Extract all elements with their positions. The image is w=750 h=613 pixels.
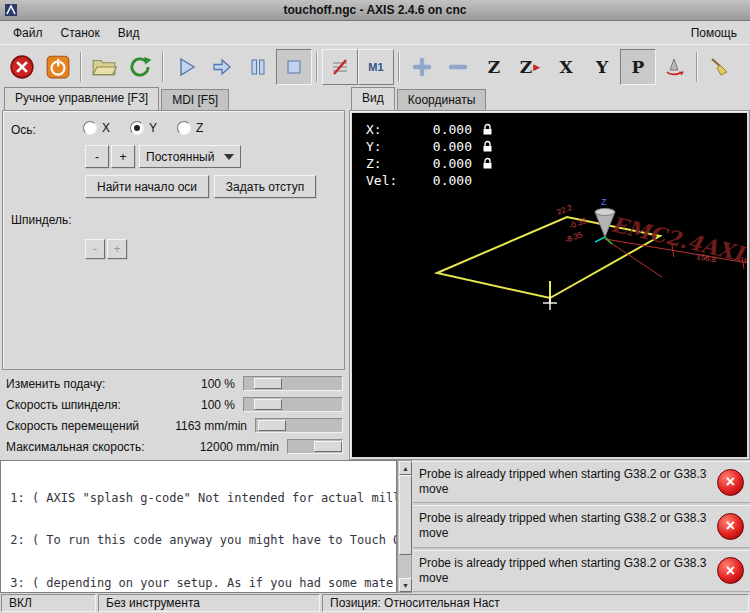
dro-x-label: X: [366,122,410,137]
spindle-override-row: Скорость шпинделя: 100 % [0,394,347,415]
estop-button[interactable] [4,49,40,85]
scroll-down-arrow[interactable]: ▼ [399,578,412,592]
spindle-plus-button[interactable]: + [107,239,127,259]
tab-dro[interactable]: Координаты [397,89,487,110]
feed-override-slider[interactable] [243,376,343,391]
toggle-optional-stop-button[interactable]: M1 [358,49,394,85]
lock-icon [482,123,493,136]
notification: Probe is already tripped when starting G… [413,505,750,547]
notification: Probe is already tripped when starting G… [413,550,750,592]
pause-button[interactable] [240,49,276,85]
rotate-view-button[interactable] [656,49,692,85]
reload-icon [127,54,153,80]
toolbar-separator [80,52,82,82]
run-icon [174,55,198,79]
axis-radio-x[interactable]: X [83,121,110,135]
gcode-line: 1:( AXIS "splash g-code" Not intended fo… [3,491,394,505]
touch-off-button[interactable]: Задать отступ [214,175,316,198]
view-side-letter: X [559,57,572,77]
notification-area: Probe is already tripped when starting G… [413,460,750,593]
titlebar[interactable]: touchoff.ngc - AXIS 2.4.6 on cnc [0,0,750,21]
view-top-rotated-button[interactable]: Z ▶ [512,49,548,85]
power-icon [45,54,71,80]
tool-axis-label: Z [601,197,607,207]
broom-icon [708,55,732,79]
notification-text: Probe is already tripped when starting G… [413,467,717,497]
slider-handle[interactable] [254,378,282,389]
control-panel: Ручное управление [F3] MDI [F5] Ось: X Y [0,88,347,460]
window-icon[interactable] [4,3,18,17]
preview-frame: EMC2.4AXIS 22.2 -0.35 -8.35 156.8 [349,110,750,460]
zoom-in-button[interactable] [404,49,440,85]
view-front-letter: Y [596,57,608,77]
open-file-button[interactable] [86,49,122,85]
axis-radio-y[interactable]: Y [130,121,157,135]
zoom-out-button[interactable] [440,49,476,85]
status-machine-state: ВКЛ [1,594,96,612]
stop-button[interactable] [276,49,312,85]
axis-radio-y-label: Y [149,121,157,135]
notification-close-button[interactable]: × [717,557,744,584]
view-perspective-button[interactable]: P [620,49,656,85]
dro-row-x: X: 0.000 [366,121,493,138]
radio-indicator [177,121,191,135]
chevron-down-icon [224,154,234,160]
run-program-button[interactable] [168,49,204,85]
tab-preview[interactable]: Вид [351,87,395,110]
notification-close-button[interactable]: × [717,469,744,496]
gcode-listing[interactable]: 1:( AXIS "splash g-code" Not intended fo… [0,460,397,593]
jog-speed-slider[interactable] [255,418,343,433]
menu-machine[interactable]: Станок [52,23,109,43]
jog-mode-value: Постоянный [146,150,214,164]
tab-manual-control[interactable]: Ручное управление [F3] [4,87,159,110]
gcode-line: 3:( depending on your setup. As if you h… [3,576,394,590]
max-velocity-slider[interactable] [287,439,343,454]
toolbar-separator [162,52,164,82]
reload-file-button[interactable] [122,49,158,85]
slider-handle[interactable] [254,399,282,410]
slider-handle[interactable] [314,441,342,452]
notification-close-button[interactable]: × [717,513,744,540]
jog-plus-button[interactable]: + [111,145,135,168]
spindle-override-slider[interactable] [243,397,343,412]
toggle-skip-lines-button[interactable] [322,49,358,85]
engraving-text: EMC2.4AXIS [609,212,747,271]
tab-mdi[interactable]: MDI [F5] [161,89,229,110]
machine-power-button[interactable] [40,49,76,85]
view-side-button[interactable]: X [548,49,584,85]
toolbar: M1 Z Z ▶ X Y P [0,44,750,88]
jog-mode-select[interactable]: Постоянный [139,145,241,168]
dro-readout: X: 0.000 Y: 0.000 [366,121,493,189]
menu-view[interactable]: Вид [109,23,149,43]
jog-speed-row: Скорость перемещений 1163 mm/min [0,415,347,436]
scrollbar-thumb[interactable] [399,475,412,555]
scroll-up-arrow[interactable]: ▲ [399,461,412,475]
menubar: Файл Станок Вид Помощь [0,21,750,44]
jog-minus-button[interactable]: - [85,145,109,168]
spindle-override-label: Скорость шпинделя: [6,398,151,412]
toolbar-separator [398,52,400,82]
clear-backplot-button[interactable] [702,49,738,85]
machine-origin-axes [595,237,612,244]
backplot-canvas[interactable]: EMC2.4AXIS 22.2 -0.35 -8.35 156.8 [352,113,747,457]
slider-handle[interactable] [258,420,286,431]
dro-row-vel: Vel: 0.000 [366,172,493,189]
step-button[interactable] [204,49,240,85]
home-axis-button[interactable]: Найти начало оси [85,175,209,198]
view-front-button[interactable]: Y [584,49,620,85]
estop-icon [9,54,35,80]
axis-label: Ось: [11,123,36,137]
max-velocity-value: 12000 mm/min [195,440,279,454]
menu-help[interactable]: Помощь [682,23,746,43]
dro-vel-value: 0.000 [410,173,472,188]
axis-radio-z[interactable]: Z [177,121,203,135]
dro-vel-label: Vel: [366,173,410,188]
statusbar: ВКЛ Без инструмента Позиция: Относительн… [0,593,750,613]
notification: Probe is already tripped when starting G… [413,461,750,503]
menu-file[interactable]: Файл [4,23,52,43]
gcode-scrollbar[interactable]: ▲ ▼ [397,460,412,593]
axis-radio-group: X Y Z [83,121,203,135]
lock-icon [482,157,493,170]
spindle-minus-button[interactable]: - [85,239,105,259]
view-top-button[interactable]: Z [476,49,512,85]
